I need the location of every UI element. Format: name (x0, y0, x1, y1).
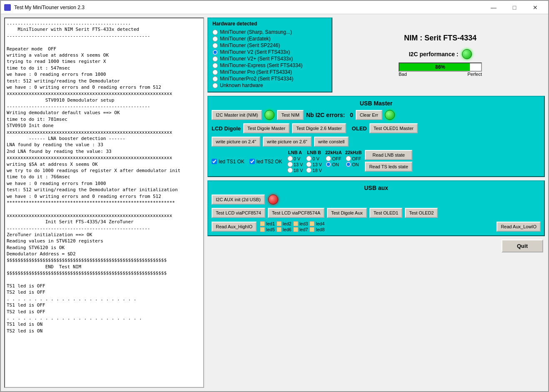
lnb-section: LNB A 0 V 13 V (287, 150, 412, 173)
led-ts2-item: led TS2 OK (250, 159, 282, 165)
led2-checkbox (277, 221, 282, 226)
22khz-a-off-radio[interactable] (326, 156, 331, 161)
led-ts2-label: led TS2 OK (257, 159, 282, 165)
test-oled1-button[interactable]: Test OLED1 (369, 208, 402, 218)
hardware-radio-0[interactable] (212, 30, 218, 35)
perf-labels: Bad Perfect (399, 72, 482, 77)
app-icon (4, 4, 11, 11)
lnb-b-0v-radio[interactable] (306, 156, 312, 161)
led7-checkbox (293, 227, 298, 232)
clear-err-button[interactable]: Clear Err (356, 110, 382, 120)
right-panel: Hardware detected MiniTiouner (Sharp, Sa… (207, 17, 545, 388)
read-ts-leds-state-button[interactable]: Read TS leds state (365, 162, 412, 172)
22khz-a-on: ON (326, 162, 341, 167)
aux-status-led (268, 195, 278, 205)
hardware-radio-1[interactable] (212, 36, 218, 42)
nim-panel: NIM : Serit FTS-4334 I2C performance : 8… (336, 17, 545, 92)
led7-label: led7 (299, 227, 308, 232)
test-digole-26-button[interactable]: Test Digole 2.6 Master (292, 123, 346, 133)
write-picture-26-button[interactable]: write picture on 2.6" (263, 137, 312, 147)
nim-colon: : (420, 34, 422, 42)
hardware-option-label-2: MiniTiouner (Serit SP2246) (220, 42, 280, 48)
22khz-a-off: OFF (326, 156, 341, 161)
test-digole-master-button[interactable]: Test Digole Master (243, 123, 289, 133)
lnb-b-13v: 13 V (306, 162, 322, 167)
hardware-option-label-4: MiniTiouner V2+ (Serit FTS433x) (220, 56, 293, 62)
minimize-button[interactable]: — (484, 2, 503, 13)
hardware-title: Hardware detected (212, 21, 327, 27)
hardware-option-8: Unknown hardware (212, 82, 327, 88)
i2c-aux-init-button[interactable]: I2C AUX init (2d USB) (212, 195, 265, 205)
nim-name: Serit FTS-4334 (424, 34, 477, 42)
hardware-detected-panel: Hardware detected MiniTiouner (Sharp, Sa… (207, 17, 332, 92)
led8-checkbox (309, 227, 314, 232)
i2c-master-init-button[interactable]: I2C Master init (NIM) (212, 110, 262, 120)
led-ts1-checkbox[interactable] (212, 159, 217, 164)
hardware-radio-2[interactable] (212, 43, 218, 48)
led5-checkbox (260, 227, 265, 232)
22khz-a-on-radio[interactable] (326, 162, 331, 167)
main-content: ........................................… (1, 14, 548, 391)
hardware-radio-5[interactable] (212, 63, 218, 68)
led6-item: led6 (277, 227, 292, 232)
lnb-a-18v-radio[interactable] (287, 167, 293, 173)
test-lcd-pcf8574-button[interactable]: Test LCD viaPCF8574 (212, 208, 265, 218)
clear-err-led (385, 110, 395, 120)
maximize-button[interactable]: □ (505, 2, 524, 13)
test-digole-aux-button[interactable]: Test Digole Aux (327, 208, 367, 218)
led4-checkbox (309, 221, 314, 226)
write-picture-24-button[interactable]: write picture on 2.4" (212, 137, 260, 147)
main-window: Test My MiniTiouner version 2.3 — □ ✕ ..… (0, 0, 549, 392)
test-oled2-button[interactable]: Test OLED2 (405, 208, 438, 218)
hardware-radio-4[interactable] (212, 56, 218, 62)
test-lcd-pcf8574a-button[interactable]: Test LCD viaPCF8574A (268, 208, 324, 218)
read-aux-highio-button[interactable]: Read Aux_HighIO (212, 222, 257, 232)
hardware-radio-3[interactable] (212, 50, 218, 55)
hardware-option-4: MiniTiouner V2+ (Serit FTS433x) (212, 56, 327, 62)
test-nim-button[interactable]: Test NIM (277, 110, 303, 120)
log-text[interactable]: ........................................… (5, 18, 203, 387)
hardware-option-label-0: MiniTiouner (Sharp, Samsung...) (220, 29, 292, 35)
read-lnb-state-button[interactable]: Read LNB state (365, 150, 412, 160)
lnb-a-radios: 0 V 13 V 18 V (287, 156, 303, 173)
lnb-a-13v-radio[interactable] (287, 162, 293, 167)
lnb-b-radios: 0 V 13 V 18 V (306, 156, 322, 173)
led-ts2-checkbox[interactable] (250, 159, 255, 164)
led1-item: led1 (260, 221, 275, 226)
hardware-section: Hardware detected MiniTiouner (Sharp, Sa… (207, 17, 545, 92)
digole-row: LCD Digole Test Digole Master Test Digol… (212, 123, 541, 133)
hardware-radio-8[interactable] (212, 83, 218, 88)
lnb-a-0v-radio[interactable] (287, 156, 293, 161)
nim-label: NIM (404, 34, 418, 42)
led3-item: led3 (293, 221, 308, 226)
lnb-a-title: LNB A (288, 150, 302, 155)
22khz-b-on-radio[interactable] (346, 162, 351, 167)
write-constell-button[interactable]: write constell (314, 137, 349, 147)
hardware-radio-6[interactable] (212, 70, 218, 75)
nb-errors-value: 0 (350, 112, 353, 118)
led-row-2: led5 led6 led7 (260, 227, 324, 232)
lnb-read-buttons: Read LNB state Read TS leds state (365, 150, 412, 172)
usb-master-title: USB Master (212, 100, 541, 107)
22khz-b-on: ON (346, 162, 361, 167)
hardware-option-label-6: MiniTiouner Pro (Serit FTS4334) (220, 69, 292, 75)
hardware-radio-7[interactable] (212, 76, 218, 82)
lnb-b-0v: 0 V (306, 156, 322, 161)
read-aux-lowio-button[interactable]: Read Aux_LowIO (497, 222, 541, 232)
perf-bad-label: Bad (399, 72, 407, 77)
test-oled1-master-button[interactable]: Test OLED1 Master (369, 123, 418, 133)
led2-item: led2 (277, 221, 292, 226)
22khz-b-title: 22kHzB (345, 150, 362, 155)
title-bar-controls: — □ ✕ (484, 2, 545, 13)
i2c-master-led (265, 110, 274, 120)
led2-label: led2 (283, 221, 292, 226)
22khz-b-radios: OFF ON (346, 156, 361, 167)
lnb-b-13v-radio[interactable] (306, 162, 312, 167)
quit-button[interactable]: Quit (502, 240, 543, 252)
usb-master-panel: USB Master I2C Master init (NIM) Test NI… (207, 96, 545, 177)
nb-errors-label: Nb I2C errors: 0 (306, 112, 353, 118)
22khz-b-off-radio[interactable] (346, 156, 351, 161)
lnb-b-18v-radio[interactable] (306, 167, 312, 173)
led1-checkbox (260, 221, 265, 226)
close-button[interactable]: ✕ (526, 2, 545, 13)
